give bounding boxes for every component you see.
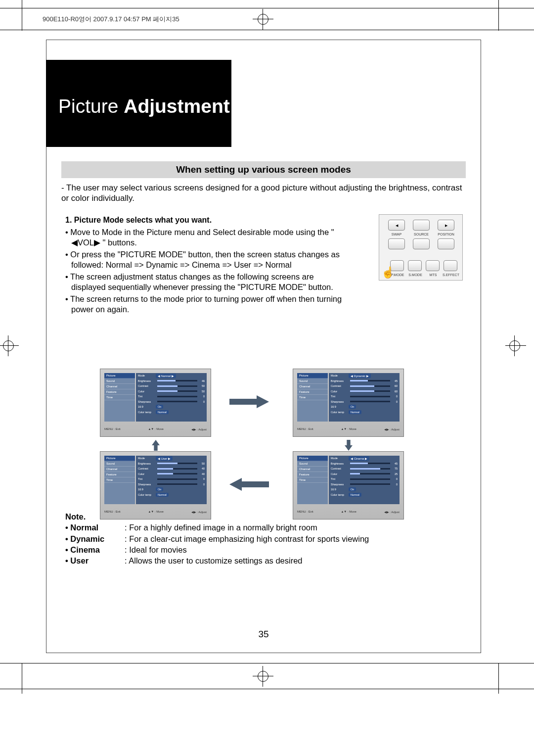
note-val: : Allows the user to customize settings … [125,555,303,566]
arrow-up-icon [149,440,162,451]
reg-cross-bot-v [263,666,263,687]
osd-cinema: PictureSoundChannelFeatureTimeMode◀ Cine… [293,451,404,520]
remote-left-arrow: ◀ [388,220,405,231]
remote-cap-mts: MTS [424,273,443,277]
bullet-item: • Move to Mode in the Picture menu and S… [65,227,342,248]
remote-cap-swap: SWAP [387,233,406,236]
remote-mid-1 [388,238,405,249]
remote-cap-source: SOURCE [412,233,431,236]
svg-marker-0 [229,395,269,408]
remote-mid-2 [413,238,430,249]
reg-cross-top-h [253,19,273,19]
osd-dynamic: PictureSoundChannelFeatureTimeMode◀ Dyna… [293,369,404,437]
note-row: • User: Allows the user to customize set… [65,555,461,566]
note-row: • Cinema: Ideal for movies [65,544,461,555]
reg-mark-left [3,340,14,351]
note-val: : For a highly defined image in a normal… [125,522,317,533]
remote-cap-seffect: S.EFFECT [442,273,460,277]
bullet-list: • Move to Mode in the Picture menu and S… [65,227,342,316]
remote-diagram: ◀ ▶ SWAP SOURCE POSITION P.MODE S.MODE M… [379,214,463,281]
intro-text: - The user may select various screens de… [61,183,471,204]
step-heading: 1. Picture Mode selects what you want. [65,216,212,225]
remote-cap-smode: S.MODE [406,273,425,277]
reg-mark-bot [258,671,268,682]
note-val: : Ideal for movies [125,544,187,555]
page-frame: Picture Adjustment When setting up vario… [46,40,481,653]
arrow-left-icon [229,478,269,491]
hand-icon: ☝ [381,266,395,279]
remote-center-button [413,220,430,231]
crop-line-bottom-inner [0,663,534,663]
section-heading: When setting up various screen modes [61,161,466,178]
arrow-right-icon [229,395,269,408]
bullet-item: • The screen returns to the mode prior t… [65,294,342,315]
crop-tick-right-bot [498,663,499,694]
slug-line: 900E110-R0영어 2007.9.17 04:57 PM 페이지35 [43,15,179,24]
note-row: • Normal: For a highly defined image in … [65,522,461,533]
crop-tick-right-top [498,0,499,31]
note-heading: Note. [65,511,461,522]
crop-line-top-inner [0,30,534,30]
svg-marker-2 [229,478,269,491]
reg-mark-right [509,340,520,351]
page-title: Picture Adjustment [58,95,230,117]
note-key: • Dynamic [65,533,125,544]
bullet-item: • The screen adjustment status changes a… [65,272,342,293]
reg-cross-left-h [0,345,19,346]
osd-user: PictureSoundChannelFeatureTimeMode◀ User… [100,451,211,520]
reg-cross-bot-h [253,676,273,676]
note-row: • Dynamic: For a clear-cut image emphasi… [65,533,461,544]
remote-bot-4 [444,260,457,271]
title-plain: Picture [58,95,124,117]
svg-marker-1 [345,440,353,451]
note-key: • User [65,555,125,566]
reg-cross-right-v [514,335,515,356]
note-key: • Cinema [65,544,125,555]
reg-cross-top-v [263,9,263,30]
remote-cap-position: POSITION [437,233,455,236]
title-bold: Adjustment [124,95,230,117]
reg-cross-right-h [505,345,526,346]
crop-tick-left-top [22,0,22,31]
note-val: : For a clear-cut image emphasizing high… [125,533,369,544]
reg-mark-top [258,14,268,25]
remote-mid-3 [438,238,454,249]
crop-line-top-outer [0,8,534,8]
crop-tick-left-bot [22,663,22,694]
osd-normal: PictureSoundChannelFeatureTimeMode◀ Norm… [100,369,211,437]
remote-right-arrow: ▶ [438,220,454,231]
remote-bot-3 [426,260,440,271]
page-number: 35 [46,629,481,640]
svg-marker-3 [152,440,160,451]
note-block: Note. • Normal: For a highly defined ima… [65,511,461,566]
reg-cross-left-v [8,335,8,356]
bullet-item: • Or press the "PICTURE MODE" button, th… [65,249,342,271]
note-key: • Normal [65,522,125,533]
arrow-down-icon [342,440,355,451]
crop-line-bottom-outer [0,689,534,689]
remote-bot-2 [408,260,422,271]
